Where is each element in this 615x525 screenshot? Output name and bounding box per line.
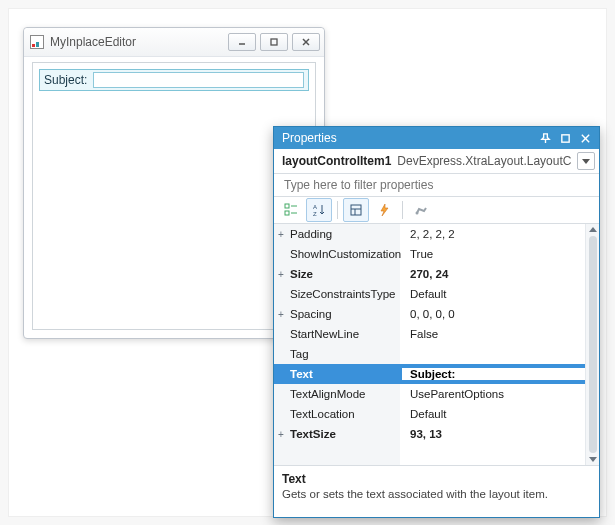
- form-icon: [30, 35, 44, 49]
- property-row[interactable]: TextSubject:: [274, 364, 599, 384]
- property-name[interactable]: Text: [288, 368, 402, 380]
- object-selector-dropdown[interactable]: [577, 152, 595, 170]
- canvas: MyInplaceEditor Subject: Propert: [8, 8, 607, 517]
- events-button[interactable]: [371, 198, 397, 222]
- properties-toolbar: AZ: [274, 197, 599, 224]
- property-row[interactable]: Tag: [274, 344, 599, 364]
- expand-icon[interactable]: +: [274, 269, 288, 280]
- minimize-button[interactable]: [228, 33, 256, 51]
- help-text: Gets or sets the text associated with th…: [282, 488, 591, 500]
- property-name[interactable]: TextLocation: [288, 408, 402, 420]
- maximize-button[interactable]: [260, 33, 288, 51]
- property-row[interactable]: StartNewLineFalse: [274, 324, 599, 344]
- properties-title: Properties: [282, 131, 535, 145]
- svg-rect-7: [285, 204, 289, 208]
- scroll-down-icon[interactable]: [589, 457, 597, 462]
- svg-point-16: [416, 212, 419, 215]
- toolbar-divider: [402, 201, 403, 219]
- help-title: Text: [282, 472, 591, 486]
- svg-rect-13: [351, 205, 361, 215]
- property-row[interactable]: TextAlignModeUseParentOptions: [274, 384, 599, 404]
- property-name[interactable]: StartNewLine: [288, 328, 402, 340]
- property-filter[interactable]: [274, 174, 599, 197]
- property-row[interactable]: +TextSize93, 13: [274, 424, 599, 444]
- property-value[interactable]: False: [402, 328, 585, 340]
- scroll-thumb[interactable]: [589, 236, 597, 453]
- properties-close-icon[interactable]: [575, 130, 595, 146]
- property-row[interactable]: TextLocationDefault: [274, 404, 599, 424]
- property-row[interactable]: +Padding2, 2, 2, 2: [274, 224, 599, 244]
- property-name[interactable]: SizeConstraintsType: [288, 288, 402, 300]
- properties-maximize-icon[interactable]: [555, 130, 575, 146]
- form-titlebar[interactable]: MyInplaceEditor: [24, 28, 324, 57]
- svg-rect-4: [561, 134, 568, 141]
- property-row[interactable]: +Size270, 24: [274, 264, 599, 284]
- expand-icon[interactable]: +: [274, 309, 288, 320]
- property-value[interactable]: True: [402, 248, 585, 260]
- categorized-button[interactable]: [278, 198, 304, 222]
- expand-icon[interactable]: +: [274, 429, 288, 440]
- layout-control-item[interactable]: Subject:: [39, 69, 309, 91]
- property-name[interactable]: Tag: [288, 348, 402, 360]
- property-row[interactable]: SizeConstraintsTypeDefault: [274, 284, 599, 304]
- property-grid[interactable]: +Padding2, 2, 2, 2ShowInCustomizationFoT…: [274, 224, 599, 465]
- properties-button[interactable]: [343, 198, 369, 222]
- form-title: MyInplaceEditor: [50, 35, 228, 49]
- help-pane: Text Gets or sets the text associated wi…: [274, 465, 599, 517]
- subject-label: Subject:: [44, 73, 87, 87]
- scrollbar[interactable]: [585, 224, 599, 465]
- toolbar-divider: [337, 201, 338, 219]
- property-value[interactable]: 2, 2, 2, 2: [402, 228, 585, 240]
- svg-text:Z: Z: [313, 211, 317, 217]
- property-name[interactable]: Padding: [288, 228, 402, 240]
- property-name[interactable]: TextSize: [288, 428, 402, 440]
- expand-icon[interactable]: +: [274, 229, 288, 240]
- selected-object-type: DevExpress.XtraLayout.LayoutC: [397, 154, 577, 168]
- property-row[interactable]: +Spacing0, 0, 0, 0: [274, 304, 599, 324]
- property-value[interactable]: 270, 24: [402, 268, 585, 280]
- selected-object-name: layoutControlItem1: [282, 154, 391, 168]
- svg-rect-8: [285, 211, 289, 215]
- property-value[interactable]: Default: [402, 408, 585, 420]
- property-value[interactable]: 0, 0, 0, 0: [402, 308, 585, 320]
- properties-pin-icon[interactable]: [535, 130, 555, 146]
- property-row[interactable]: ShowInCustomizationFoTrue: [274, 244, 599, 264]
- svg-text:A: A: [313, 204, 317, 210]
- property-value[interactable]: 93, 13: [402, 428, 585, 440]
- property-pages-button[interactable]: [408, 198, 434, 222]
- properties-titlebar[interactable]: Properties: [274, 127, 599, 149]
- svg-rect-1: [271, 39, 277, 45]
- property-value[interactable]: Default: [402, 288, 585, 300]
- subject-input[interactable]: [93, 72, 304, 88]
- chevron-down-icon: [582, 159, 590, 164]
- property-value[interactable]: UseParentOptions: [402, 388, 585, 400]
- property-value[interactable]: Subject:: [402, 368, 585, 380]
- object-selector[interactable]: layoutControlItem1 DevExpress.XtraLayout…: [274, 149, 599, 174]
- close-button[interactable]: [292, 33, 320, 51]
- window-buttons: [228, 33, 320, 51]
- scroll-up-icon[interactable]: [589, 227, 597, 232]
- property-name[interactable]: ShowInCustomizationFo: [288, 248, 402, 260]
- alphabetical-button[interactable]: AZ: [306, 198, 332, 222]
- property-name[interactable]: Size: [288, 268, 402, 280]
- property-name[interactable]: TextAlignMode: [288, 388, 402, 400]
- filter-input[interactable]: [282, 177, 591, 193]
- property-name[interactable]: Spacing: [288, 308, 402, 320]
- properties-panel: Properties layoutControlItem1 DevExpress…: [273, 126, 600, 518]
